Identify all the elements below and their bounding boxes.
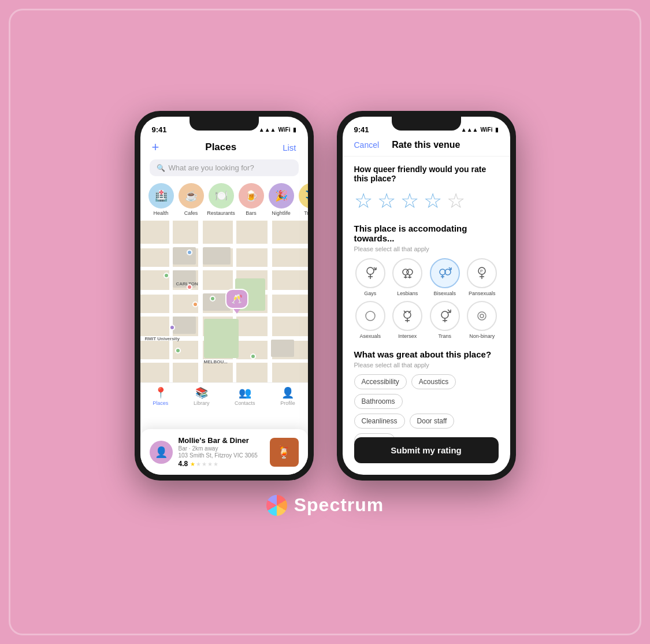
nav-profile[interactable]: 👤 Profile: [280, 386, 295, 406]
places-title: Places: [205, 142, 236, 153]
nonbinary-label: Non-binary: [469, 333, 495, 339]
battery-icon-2: ▮: [495, 126, 499, 133]
svg-point-36: [480, 314, 484, 318]
big-star-5[interactable]: ☆: [447, 189, 465, 213]
map-label-rmit: RMIT University: [145, 336, 180, 341]
great-sub: Please select all that apply: [354, 362, 499, 368]
category-cafes[interactable]: ☕ Cafes: [177, 183, 205, 216]
lesbians-label: Lesbians: [397, 291, 418, 296]
accommodate-title: This place is accomodating towards...: [354, 224, 499, 243]
big-star-3[interactable]: ☆: [400, 189, 419, 213]
accommodate-intersex[interactable]: Intersex: [391, 301, 424, 339]
phone2-header: Cancel Rate this venue: [343, 137, 510, 157]
phone-1-screen: 9:41 ▲▲▲ WiFi ▮ + Places List 🔍 What are…: [140, 117, 308, 475]
big-star-4[interactable]: ☆: [424, 189, 442, 213]
trans-label: Trans: [438, 333, 451, 339]
category-health-label: Health: [153, 210, 168, 216]
map-pin-4[interactable]: [210, 296, 216, 301]
place-card[interactable]: 👤 Mollie's Bar & Diner Bar · 2km away 10…: [140, 429, 308, 475]
search-icon: 🔍: [157, 164, 165, 172]
rate-venue-content: How queer friendly would you rate this p…: [343, 157, 510, 457]
nonbinary-icon-circle: [467, 301, 497, 331]
place-type: Bar · 2km away: [179, 445, 264, 452]
place-stars: ★ ★ ★ ★ ★: [190, 461, 218, 467]
map-pin-7[interactable]: [175, 348, 181, 353]
cancel-button[interactable]: Cancel: [354, 140, 380, 150]
pansexuals-icon-circle: P: [467, 258, 497, 288]
trans-icon-circle: [430, 301, 460, 331]
category-bars[interactable]: 🍺 Bars: [237, 183, 265, 216]
tag-acoustics[interactable]: Acoustics: [411, 374, 456, 389]
notch-1: [190, 117, 259, 131]
pansexuals-label: Pansexuals: [469, 291, 496, 296]
nightlife-icon: 🎉: [269, 183, 294, 209]
map-pin-5[interactable]: [192, 301, 198, 307]
nav-contacts[interactable]: 👥 Contacts: [235, 386, 255, 406]
phone-1: 9:41 ▲▲▲ WiFi ▮ + Places List 🔍 What are…: [135, 111, 314, 481]
accommodate-bisexuals[interactable]: Bisexuals: [429, 258, 462, 296]
nav-places-label: Places: [153, 400, 168, 406]
rating-stars[interactable]: ☆ ☆ ☆ ☆ ☆: [354, 189, 499, 213]
bisexuals-icon-circle: [430, 258, 460, 288]
accommodate-gays[interactable]: Gays: [354, 258, 387, 296]
brand-logo: [266, 495, 287, 516]
accommodate-trans[interactable]: Trans: [429, 301, 462, 339]
status-time-2: 9:41: [354, 125, 369, 134]
accommodate-sub: Please select all that apply: [354, 245, 499, 252]
contacts-nav-icon: 👥: [239, 386, 251, 399]
battery-icon: ▮: [293, 126, 296, 133]
place-address: 103 Smith St, Fitzroy VIC 3065: [179, 452, 264, 459]
category-travel[interactable]: ✈️ Travel: [298, 183, 308, 216]
category-health[interactable]: 🏥 Health: [147, 183, 175, 216]
accommodate-grid: Gays Lesbians Bisexuals: [354, 258, 499, 339]
bars-icon: 🍺: [239, 183, 264, 209]
intersex-label: Intersex: [398, 333, 417, 339]
rating-question: How queer friendly would you rate this p…: [354, 165, 499, 183]
search-bar[interactable]: 🔍 What are you looking for?: [150, 159, 299, 176]
great-title: What was great about this place?: [354, 349, 499, 359]
svg-point-35: [478, 312, 486, 320]
category-travel-label: Travel: [304, 210, 307, 216]
place-info: Mollie's Bar & Diner Bar · 2km away 103 …: [179, 436, 264, 468]
library-nav-icon: 📚: [195, 386, 208, 399]
nav-library[interactable]: 📚 Library: [194, 386, 210, 406]
place-rating-row: 4.8 ★ ★ ★ ★ ★: [179, 460, 264, 468]
map-pin-8[interactable]: [250, 353, 256, 359]
map-pin-3[interactable]: [187, 284, 192, 290]
map-pin-2[interactable]: [164, 273, 169, 278]
star-4: ★: [207, 461, 213, 467]
rate-venue-title: Rate this venue: [392, 140, 460, 150]
status-time-1: 9:41: [152, 125, 167, 134]
tag-cleanliness[interactable]: Cleanliness: [354, 414, 405, 429]
accommodate-pansexuals[interactable]: P Pansexuals: [466, 258, 499, 296]
place-avatar: 👤: [150, 441, 173, 464]
category-nightlife[interactable]: 🎉 Nightlife: [268, 183, 295, 216]
category-restaurants-label: Restaurants: [207, 210, 235, 216]
map-area[interactable]: CARLTON RMIT University MELBOU... 🥂: [140, 221, 308, 382]
category-bars-label: Bars: [246, 210, 257, 216]
svg-point-23: [366, 311, 375, 321]
accommodate-asexuals[interactable]: Asexuals: [354, 301, 387, 339]
big-star-1[interactable]: ☆: [354, 189, 373, 213]
star-3: ★: [202, 461, 207, 467]
category-restaurants[interactable]: 🍽️ Restaurants: [207, 183, 235, 216]
submit-rating-button[interactable]: Submit my rating: [354, 437, 499, 457]
accommodate-lesbians[interactable]: Lesbians: [391, 258, 424, 296]
map-pin-6[interactable]: [169, 325, 175, 330]
accommodate-nonbinary[interactable]: Non-binary: [466, 301, 499, 339]
big-star-2[interactable]: ☆: [377, 189, 396, 213]
place-name: Mollie's Bar & Diner: [179, 436, 264, 445]
health-icon: 🏥: [148, 183, 174, 209]
signal-icon: ▲▲▲: [259, 126, 276, 133]
nav-places[interactable]: 📍 Places: [153, 386, 168, 406]
tag-bathrooms[interactable]: Bathrooms: [354, 394, 403, 409]
featured-map-pin[interactable]: 🥂: [224, 289, 250, 318]
tag-door-staff[interactable]: Door staff: [410, 414, 455, 429]
list-button[interactable]: List: [283, 143, 296, 152]
add-place-button[interactable]: +: [152, 140, 159, 155]
star-5: ★: [213, 461, 218, 467]
map-pin-1[interactable]: [187, 250, 192, 255]
nav-library-label: Library: [194, 400, 210, 406]
tag-accessibility[interactable]: Accessibility: [354, 374, 407, 389]
place-score: 4.8: [179, 460, 188, 468]
